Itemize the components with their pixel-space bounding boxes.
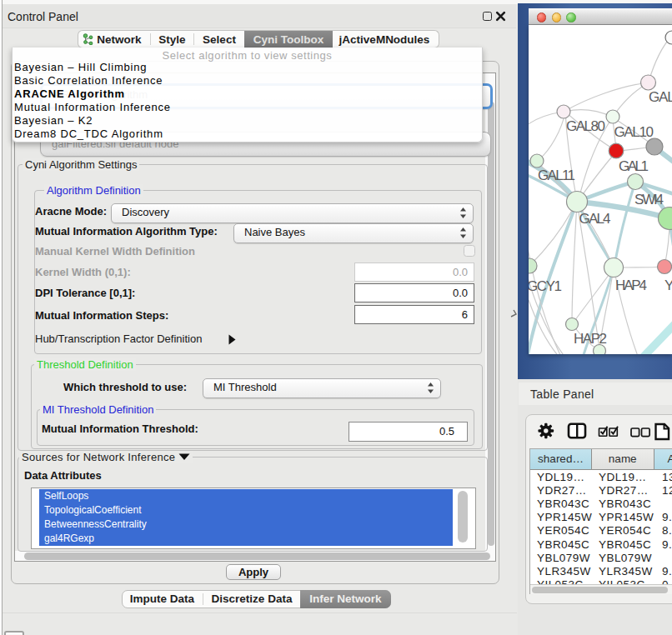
svg-text:HAP4: HAP4	[615, 278, 647, 293]
svg-text:HAP2: HAP2	[574, 331, 607, 347]
svg-text:GAL10: GAL10	[614, 124, 654, 140]
svg-text:GCY1: GCY1	[529, 278, 562, 294]
svg-text:GAL2: GAL2	[649, 89, 672, 105]
svg-text:SWI4: SWI4	[634, 192, 664, 208]
svg-text:GAL80: GAL80	[566, 118, 605, 134]
svg-text:Y: Y	[664, 278, 672, 293]
svg-text:GAL1: GAL1	[619, 158, 649, 174]
svg-text:GAL11: GAL11	[538, 168, 575, 183]
svg-text:GAL4: GAL4	[579, 211, 611, 227]
